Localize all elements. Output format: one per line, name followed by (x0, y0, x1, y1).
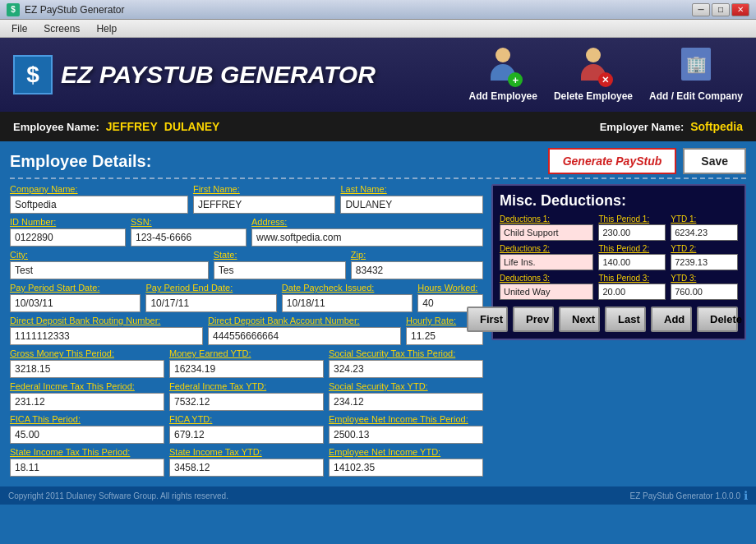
net-ytd-label: Employee Net Income YTD: (329, 447, 483, 457)
period3-input[interactable] (598, 284, 666, 300)
fed-tax-input[interactable] (10, 393, 164, 411)
fed-tax-label: Federal Incme Tax This Period: (10, 381, 164, 391)
main-content: Employee Details: Generate PayStub Save … (0, 141, 756, 486)
generate-paystub-button[interactable]: Generate PayStub (548, 148, 677, 174)
city-input[interactable] (10, 261, 209, 279)
save-button[interactable]: Save (683, 148, 746, 174)
ytd1-input[interactable] (671, 224, 738, 241)
last-button[interactable]: Last (605, 307, 646, 332)
menu-help[interactable]: Help (88, 21, 125, 36)
next-button[interactable]: Next (559, 307, 600, 332)
add-employee-label: Add Employee (469, 90, 537, 102)
copyright-text: Copyright 2011 Dulaney Software Group. A… (8, 491, 228, 500)
state-input[interactable] (214, 261, 346, 279)
state-ytd-input[interactable] (169, 459, 324, 477)
ytd-input[interactable] (169, 360, 324, 378)
delete-employee-label: Delete Employee (554, 90, 633, 102)
ytd3-input[interactable] (671, 284, 738, 300)
ss-ytd-label: Social Security Tax YTD: (329, 381, 483, 391)
company-name-input[interactable] (10, 196, 188, 214)
zip-label: Zip: (351, 250, 483, 260)
logo-dollar-icon: $ (13, 55, 53, 95)
first-name-input[interactable] (193, 196, 336, 214)
ded2-label: Deductions 2: (500, 244, 593, 253)
net-ytd-input[interactable] (329, 459, 483, 477)
routing-label: Direct Deposit Bank Routing Number: (10, 316, 203, 325)
ssn-input[interactable] (131, 228, 247, 247)
period3-label: This Period 3: (598, 274, 666, 283)
ss-tax-input[interactable] (329, 360, 483, 378)
fica-ytd-label: FICA YTD: (169, 414, 324, 424)
delete-employee-button[interactable]: ✕ Delete Employee (554, 48, 633, 102)
account-input[interactable] (208, 327, 401, 345)
city-label: City: (10, 250, 209, 260)
ded2-input[interactable] (500, 254, 593, 270)
titlebar: $ EZ PayStub Generator ─ □ ✕ (0, 0, 756, 20)
last-name-label: Last Name: (340, 184, 483, 194)
pay-end-label: Pay Period End Date: (145, 283, 276, 293)
period1-input[interactable] (598, 224, 666, 241)
emp-first-name: JEFFREY (106, 120, 158, 133)
address-input[interactable] (251, 228, 483, 247)
check-date-label: Date Paycheck Issued: (282, 283, 413, 293)
first-button[interactable]: First (467, 307, 508, 332)
ytd3-label: YTD 3: (671, 274, 738, 283)
routing-input[interactable] (10, 327, 203, 345)
footer: Copyright 2011 Dulaney Software Group. A… (0, 486, 756, 505)
titlebar-title: EZ PayStub Generator (25, 4, 124, 16)
emp-last-name: DULANEY (164, 120, 220, 133)
section-title: Employee Details: (10, 152, 151, 171)
ytd2-input[interactable] (671, 254, 738, 270)
employer-name-label: Employer Name: (600, 121, 685, 133)
pay-start-input[interactable] (10, 294, 141, 312)
app-header: $ EZ PAYSTUB GENERATOR + Add Employee ✕ … (0, 38, 756, 112)
net-input[interactable] (329, 426, 483, 444)
ded1-input[interactable] (500, 224, 593, 241)
state-tax-label: State Income Tax This Period: (10, 447, 164, 457)
gross-input[interactable] (10, 360, 164, 378)
company-name-label: Company Name: (10, 184, 188, 194)
ytd-label: Money Earned YTD: (169, 348, 324, 358)
app-icon: $ (7, 3, 20, 16)
add-employee-button[interactable]: + Add Employee (469, 48, 537, 102)
period2-label: This Period 2: (598, 244, 666, 253)
ytd1-label: YTD 1: (671, 214, 738, 224)
employee-bar: Employee Name: JEFFREY DULANEY Employer … (0, 112, 756, 141)
fed-ytd-label: Federal Incme Tax YTD: (169, 381, 324, 391)
employer-name: Softpedia (690, 120, 743, 133)
maximize-button[interactable]: □ (712, 3, 730, 16)
prev-button[interactable]: Prev (513, 307, 554, 332)
net-label: Employee Net Income This Period: (329, 414, 483, 424)
close-button[interactable]: ✕ (731, 3, 749, 16)
info-icon[interactable]: ℹ (744, 489, 748, 502)
menu-file[interactable]: File (3, 21, 35, 36)
add-edit-company-button[interactable]: 🏢 Add / Edit Company (649, 48, 743, 102)
pay-start-label: Pay Period Start Date: (10, 283, 141, 293)
id-input[interactable] (10, 228, 126, 247)
state-label: State: (214, 250, 346, 260)
ded3-input[interactable] (500, 284, 593, 300)
minimize-button[interactable]: ─ (692, 3, 710, 16)
last-name-input[interactable] (340, 196, 483, 214)
ded3-label: Deductions 3: (500, 274, 593, 283)
zip-input[interactable] (351, 261, 483, 279)
gross-label: Gross Money This Period: (10, 348, 164, 358)
deductions-panel: Misc. Deductions: Deductions 1: This Per… (491, 184, 746, 340)
period2-input[interactable] (598, 254, 666, 270)
fica-label: FICA This Period: (10, 414, 164, 424)
id-label: ID Number: (10, 217, 126, 227)
pay-end-input[interactable] (145, 294, 276, 312)
fed-ytd-input[interactable] (169, 393, 324, 411)
menu-screens[interactable]: Screens (35, 21, 88, 36)
fica-input[interactable] (10, 426, 164, 444)
fica-ytd-input[interactable] (169, 426, 324, 444)
menubar: File Screens Help (0, 20, 756, 38)
account-label: Direct Deposit Bank Account Number: (208, 316, 401, 325)
state-tax-input[interactable] (10, 459, 164, 477)
check-date-input[interactable] (282, 294, 413, 312)
hours-label: Hours Worked: (417, 283, 483, 293)
state-ytd-label: State Income Tax YTD: (169, 447, 324, 457)
delete-button[interactable]: Delete (697, 307, 738, 332)
add-button[interactable]: Add (651, 307, 692, 332)
ss-ytd-input[interactable] (329, 393, 483, 411)
